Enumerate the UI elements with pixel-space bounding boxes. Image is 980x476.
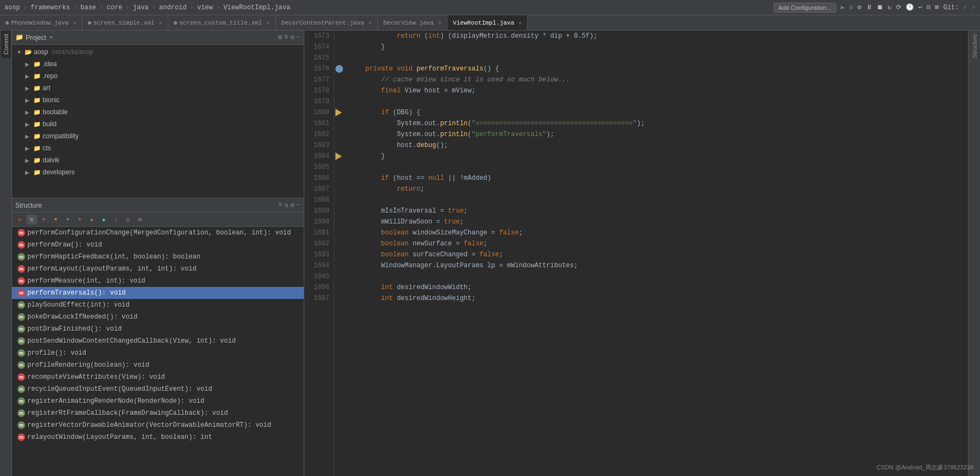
gutter-marker-slot: [334, 271, 345, 282]
line-number: 1684: [304, 151, 329, 162]
add-configuration-button[interactable]: Add Configuration...: [774, 3, 836, 13]
breadcrumb-base[interactable]: base: [80, 4, 96, 11]
git-check2-icon[interactable]: ✓: [972, 3, 976, 11]
tree-dalvik[interactable]: ▶ 📁 dalvik: [12, 154, 304, 166]
method-label: registerRtFrameCallback(FrameDrawingCall…: [27, 409, 228, 417]
method-icon: m: [17, 397, 25, 405]
code-line: int desiredWindowHeight;: [350, 293, 968, 304]
tree-cts[interactable]: ▶ 📁 cts: [12, 142, 304, 154]
struct-item[interactable]: mpostDrawFinished(): void: [12, 323, 304, 335]
toolbar-icon-6[interactable]: 🕐: [906, 3, 914, 11]
struct-item[interactable]: mperformHapticFeedback(int, boolean): bo…: [12, 251, 304, 263]
toolbar-icon-4[interactable]: ↻: [888, 3, 892, 11]
toolbar-btn-2[interactable]: ⊞: [26, 215, 37, 225]
tree-bootable[interactable]: ▶ 📁 bootable: [12, 106, 304, 118]
watermark: CSDN @Android_周志豪378623234: [877, 463, 968, 472]
project-icon-1[interactable]: ⊞: [278, 33, 282, 42]
tab-close-screen-simple[interactable]: ✕: [159, 20, 162, 26]
struct-item[interactable]: mperformLayout(LayoutParams, int, int): …: [12, 263, 304, 275]
tab-close-decorcontent[interactable]: ✕: [369, 20, 372, 26]
toolbar-btn-7[interactable]: ★: [86, 215, 97, 225]
struct-item[interactable]: mprofileRendering(boolean): void: [12, 359, 304, 371]
sidebar-commit-tab[interactable]: Commit: [1, 31, 11, 58]
toolbar-btn-11[interactable]: ⊠: [134, 215, 145, 225]
struct-item[interactable]: mregisterVectorDrawableAnimator(VectorDr…: [12, 419, 304, 431]
structure-header-icons: ≡ ⇅ ⚙ –: [278, 201, 300, 209]
code-line: boolean windowSizeMayChange = false;: [350, 227, 968, 238]
tree-build[interactable]: ▶ 📁 build: [12, 118, 304, 130]
struct-item[interactable]: mpostSendWindowContentChangedCallback(Vi…: [12, 335, 304, 347]
struct-item[interactable]: mprofile(): void: [12, 347, 304, 359]
structure-icon-sort[interactable]: ⇅: [284, 201, 288, 209]
structure-icon-close[interactable]: –: [297, 201, 300, 209]
code-editor[interactable]: 1673167416751676167716781679168016811682…: [304, 31, 968, 476]
tree-art[interactable]: ▶ 📁 art: [12, 82, 304, 94]
tab-close-viewrootimpl[interactable]: ✕: [518, 20, 522, 26]
struct-item[interactable]: mpokeDrawLockIfNeeded(): void: [12, 311, 304, 323]
struct-item[interactable]: mperformDraw(): void: [12, 239, 304, 251]
tree-repo[interactable]: ▶ 📁 .repo: [12, 70, 304, 82]
tree-label-dalvik: dalvik: [43, 156, 60, 164]
gutter-marker-slot: [334, 42, 345, 52]
breadcrumb-java[interactable]: java: [133, 4, 149, 11]
tree-idea[interactable]: ▶ 📁 .idea: [12, 58, 304, 70]
toolbar-icon-7[interactable]: ↩: [918, 3, 922, 11]
tab-decorcontent[interactable]: DecorContentParent.java ✕: [276, 15, 378, 31]
project-icon-3[interactable]: ⚙: [291, 33, 294, 42]
struct-item[interactable]: mregisterRtFrameCallback(FrameDrawingCal…: [12, 407, 304, 419]
tab-close-screen-custom[interactable]: ✕: [267, 20, 270, 26]
breadcrumb-view[interactable]: view: [197, 4, 213, 11]
toolbar-icon-5[interactable]: ⟳: [896, 3, 901, 11]
breadcrumb-android[interactable]: android: [159, 4, 186, 11]
struct-item[interactable]: mrecomputeViewAttributes(View): void: [12, 371, 304, 383]
tab-screen-custom[interactable]: screen_custom_title.xml ✕: [168, 15, 276, 31]
breadcrumb-frameworks[interactable]: frameworks: [31, 4, 70, 11]
debug-icon[interactable]: ⚙: [849, 3, 853, 11]
tree-compatibility[interactable]: ▶ 📁 compatibility: [12, 130, 304, 142]
code-content[interactable]: return (int) (displayMetrics.density * d…: [345, 31, 968, 476]
struct-item[interactable]: mperformTraversals(): void: [12, 287, 304, 299]
run-icon[interactable]: ▶: [841, 3, 845, 11]
project-dropdown-icon[interactable]: ▾: [49, 33, 53, 42]
gutter-marker-slot: [334, 96, 345, 107]
breadcrumb-file[interactable]: ViewRootImpl.java: [223, 4, 290, 11]
tab-close-phonewindow[interactable]: ✕: [73, 20, 76, 26]
structure-icon-align[interactable]: ≡: [278, 201, 282, 209]
toolbar-btn-6[interactable]: ●: [74, 215, 85, 225]
struct-item[interactable]: mrelayoutWindow(LayoutParams, int, boole…: [12, 431, 304, 443]
struct-item[interactable]: mregisterAnimatingRenderNode(RenderNode)…: [12, 395, 304, 407]
toolbar-btn-8[interactable]: ◆: [98, 215, 109, 225]
toolbar-btn-10[interactable]: ⊡: [122, 215, 133, 225]
tab-close-decorview[interactable]: ✕: [438, 20, 441, 26]
struct-item[interactable]: mrecycleQueuedInputEvent(QueuedInputEven…: [12, 383, 304, 395]
tab-phonewindow[interactable]: PhoneWindow.java ✕: [0, 15, 82, 31]
struct-item[interactable]: mplaySoundEffect(int): void: [12, 299, 304, 311]
tab-viewrootimpl[interactable]: ViewRootImpl.java ✕: [447, 15, 528, 31]
struct-item[interactable]: mperformConfigurationChange(MergedConfig…: [12, 227, 304, 239]
tab-decorview[interactable]: DecorView.java ✕: [378, 15, 447, 31]
tree-root-aosp[interactable]: ▼ 📂 aosp /mnt/sda/aosp: [12, 46, 304, 58]
toolbar-icon-1[interactable]: ⚙: [858, 3, 861, 11]
tree-developers[interactable]: ▶ 📁 developers: [12, 166, 304, 178]
toolbar-btn-3[interactable]: ●: [38, 215, 49, 225]
toolbar-icon-8[interactable]: ⊡: [926, 3, 930, 11]
git-check-icon[interactable]: ✓: [964, 3, 967, 11]
toolbar-btn-9[interactable]: ↕: [110, 215, 121, 225]
breadcrumb-aosp[interactable]: aosp: [4, 4, 20, 11]
project-icon-close[interactable]: –: [297, 33, 300, 42]
toolbar-icon-2[interactable]: ⏸: [866, 3, 872, 11]
tab-screen-simple[interactable]: screen_simple.xml ✕: [82, 15, 168, 31]
sidebar-structure-tab[interactable]: Structure: [970, 31, 979, 62]
toolbar-btn-5[interactable]: ●: [62, 215, 73, 225]
toolbar-btn-1[interactable]: ⊕: [14, 215, 25, 225]
project-icon-2[interactable]: ≡: [284, 33, 288, 42]
struct-item[interactable]: mperformMeasure(int, int): void: [12, 275, 304, 287]
line-number: 1688: [304, 195, 329, 205]
gutter-marker-slot: [334, 52, 345, 63]
structure-icon-gear[interactable]: ⚙: [291, 201, 294, 209]
toolbar-btn-4[interactable]: ●: [50, 215, 61, 225]
toolbar-icon-3[interactable]: ⏹: [877, 3, 883, 11]
tree-bionic[interactable]: ▶ 📁 bionic: [12, 94, 304, 106]
toolbar-icon-9[interactable]: ⊠: [935, 3, 938, 11]
breadcrumb-core[interactable]: core: [107, 4, 122, 11]
